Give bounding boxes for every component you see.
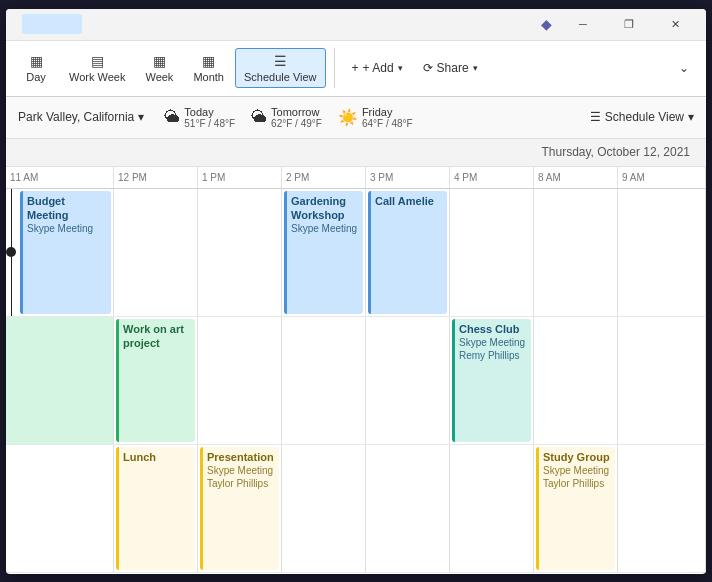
location-selector[interactable]: Park Valley, California ▾: [18, 110, 144, 124]
cell-row1-col7[interactable]: [618, 189, 706, 316]
title-bar: ◆ ─ ❐ ✕: [6, 9, 706, 41]
weather-friday: ☀️ Friday 64°F / 48°F: [338, 106, 413, 129]
ribbon: ▦ Day ▤ Work Week ▦ Week ▦ Month ☰ Sched…: [6, 41, 706, 97]
time-slot-6: 8 AM: [534, 167, 618, 188]
weather-friday-icon: ☀️: [338, 108, 358, 127]
cell-row2-col4[interactable]: [366, 317, 450, 444]
view-label: Schedule View: [605, 110, 684, 124]
scheduleview-button[interactable]: ☰ Schedule View: [235, 48, 326, 88]
ribbon-end: ⌄: [670, 56, 698, 80]
day-button[interactable]: ▦ Day: [14, 48, 58, 88]
cell-row1-col1[interactable]: [114, 189, 198, 316]
event-organizer: Taylor Phillips: [207, 477, 275, 490]
add-button[interactable]: + + Add ▾: [343, 56, 412, 80]
cell-row3-col5[interactable]: [450, 445, 534, 572]
view-selector[interactable]: ☰ Schedule View ▾: [590, 110, 694, 124]
event-budget-meeting[interactable]: Budget Meeting Skype Meeting: [20, 191, 111, 314]
cell-row3-col2[interactable]: Presentation Skype Meeting Taylor Philli…: [198, 445, 282, 572]
location-text: Park Valley, California: [18, 110, 134, 124]
weather-friday-label: Friday: [362, 106, 413, 118]
cell-row1-col4[interactable]: Call Amelie: [366, 189, 450, 316]
expand-ribbon-button[interactable]: ⌄: [670, 56, 698, 80]
event-gardening-workshop[interactable]: Gardening Workshop Skype Meeting: [284, 191, 363, 314]
week-label: Week: [145, 71, 173, 83]
calendar-body: Budget Meeting Skype Meeting Gardening W…: [6, 189, 706, 574]
time-slot-7: 9 AM: [618, 167, 706, 188]
expand-icon: ⌄: [679, 61, 689, 75]
close-button[interactable]: ✕: [652, 9, 698, 41]
cell-row2-col5[interactable]: Chess Club Skype Meeting Remy Phillips: [450, 317, 534, 444]
cell-row2-col7[interactable]: [618, 317, 706, 444]
event-study-group[interactable]: Study Group Skype Meeting Taylor Phillip…: [536, 447, 615, 570]
time-slot-0: 11 AM: [6, 167, 114, 188]
title-bar-controls: ─ ❐ ✕: [560, 9, 698, 41]
week-icon: ▦: [153, 53, 166, 69]
weather-today-temp: 51°F / 48°F: [184, 118, 235, 129]
event-organizer: Taylor Phillips: [543, 477, 611, 490]
current-date: Thursday, October 12, 2021: [541, 145, 690, 159]
cell-row2-col6[interactable]: [534, 317, 618, 444]
event-chess-club[interactable]: Chess Club Skype Meeting Remy Phillips: [452, 319, 531, 442]
cell-row3-col1[interactable]: Lunch: [114, 445, 198, 572]
event-art-project[interactable]: Work on art project: [116, 319, 195, 442]
cell-row2-col0[interactable]: [6, 317, 114, 444]
time-slot-1: 12 PM: [114, 167, 198, 188]
cell-row1-col3[interactable]: Gardening Workshop Skype Meeting: [282, 189, 366, 316]
nav-bar: Park Valley, California ▾ 🌥 Today 51°F /…: [6, 97, 706, 139]
event-presentation[interactable]: Presentation Skype Meeting Taylor Philli…: [200, 447, 279, 570]
weather-friday-info: Friday 64°F / 48°F: [362, 106, 413, 129]
weather-group: 🌥 Today 51°F / 48°F 🌥 Tomorrow 62°F / 49…: [164, 106, 412, 129]
cell-row2-col2[interactable]: [198, 317, 282, 444]
event-lunch[interactable]: Lunch: [116, 447, 195, 570]
cell-row3-col6[interactable]: Study Group Skype Meeting Taylor Phillip…: [534, 445, 618, 572]
event-subtitle: Skype Meeting: [291, 222, 359, 235]
restore-button[interactable]: ❐: [606, 9, 652, 41]
cell-row3-col4[interactable]: [366, 445, 450, 572]
add-plus-icon: +: [352, 61, 359, 75]
event-title: Presentation: [207, 450, 275, 464]
week-button[interactable]: ▦ Week: [136, 48, 182, 88]
minimize-button[interactable]: ─: [560, 9, 606, 41]
cell-row1-col5[interactable]: [450, 189, 534, 316]
time-slot-3: 2 PM: [282, 167, 366, 188]
time-slot-4: 3 PM: [366, 167, 450, 188]
event-title: Work on art project: [123, 322, 191, 351]
share-icon: ⟳: [423, 61, 433, 75]
workweek-icon: ▤: [91, 53, 104, 69]
view-chevron-icon: ▾: [688, 110, 694, 124]
diamond-icon: ◆: [541, 16, 552, 32]
scheduleview-icon: ☰: [274, 53, 287, 69]
month-button[interactable]: ▦ Month: [184, 48, 233, 88]
event-subtitle: Skype Meeting: [459, 336, 527, 349]
event-call-amelie[interactable]: Call Amelie: [368, 191, 447, 314]
month-icon: ▦: [202, 53, 215, 69]
share-chevron-icon: ▾: [473, 63, 478, 73]
weather-today-info: Today 51°F / 48°F: [184, 106, 235, 129]
workweek-button[interactable]: ▤ Work Week: [60, 48, 134, 88]
ribbon-separator-1: [334, 48, 335, 88]
time-slot-5: 4 PM: [450, 167, 534, 188]
time-header: 11 AM 12 PM 1 PM 2 PM 3 PM 4 PM 8 AM 9 A…: [6, 167, 706, 189]
time-slot-2: 1 PM: [198, 167, 282, 188]
share-button[interactable]: ⟳ Share ▾: [414, 56, 487, 80]
cell-row3-col7[interactable]: [618, 445, 706, 572]
date-header: Thursday, October 12, 2021: [6, 139, 706, 167]
month-label: Month: [193, 71, 224, 83]
title-bar-left: [14, 14, 541, 34]
calendar-row-1: Budget Meeting Skype Meeting Gardening W…: [6, 189, 706, 317]
weather-today-icon: 🌥: [164, 108, 180, 126]
view-icon: ☰: [590, 110, 601, 124]
cell-row2-col1[interactable]: Work on art project: [114, 317, 198, 444]
weather-friday-temp: 64°F / 48°F: [362, 118, 413, 129]
day-icon: ▦: [30, 53, 43, 69]
cell-row1-col6[interactable]: [534, 189, 618, 316]
cell-row2-col3[interactable]: [282, 317, 366, 444]
cell-row1-col2[interactable]: [198, 189, 282, 316]
outlook-window: ◆ ─ ❐ ✕ ▦ Day ▤ Work Week ▦ Week ▦ Month: [6, 9, 706, 574]
cell-row1-col0[interactable]: Budget Meeting Skype Meeting: [6, 189, 114, 316]
cell-row3-col3[interactable]: [282, 445, 366, 572]
title-input[interactable]: [22, 14, 82, 34]
weather-today: 🌥 Today 51°F / 48°F: [164, 106, 235, 129]
scheduleview-label: Schedule View: [244, 71, 317, 83]
cell-row3-col0[interactable]: [6, 445, 114, 572]
